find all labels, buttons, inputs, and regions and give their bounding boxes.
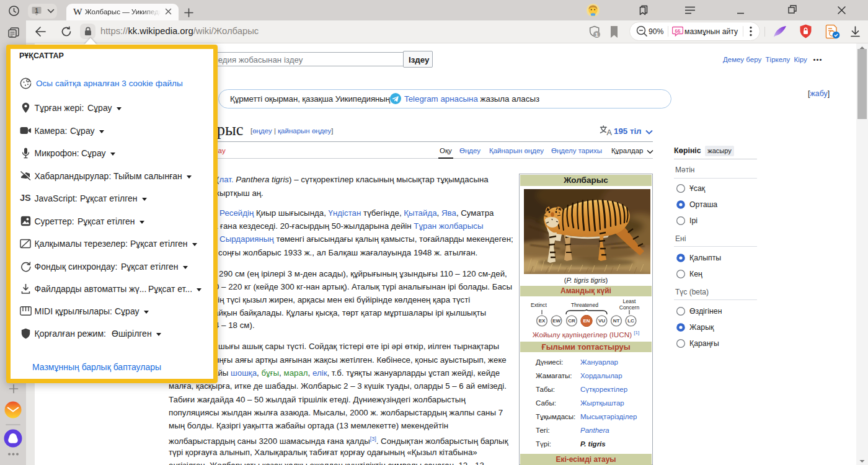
svg-text:A: A (607, 128, 613, 136)
svg-text:EW: EW (552, 318, 560, 324)
svg-text:EX: EX (539, 318, 546, 324)
svg-text:EN: EN (583, 318, 590, 324)
svg-text:NT: NT (613, 318, 620, 324)
svg-text:LC: LC (627, 318, 634, 324)
svg-text:CR: CR (568, 318, 575, 324)
svg-text:VU: VU (598, 318, 605, 324)
